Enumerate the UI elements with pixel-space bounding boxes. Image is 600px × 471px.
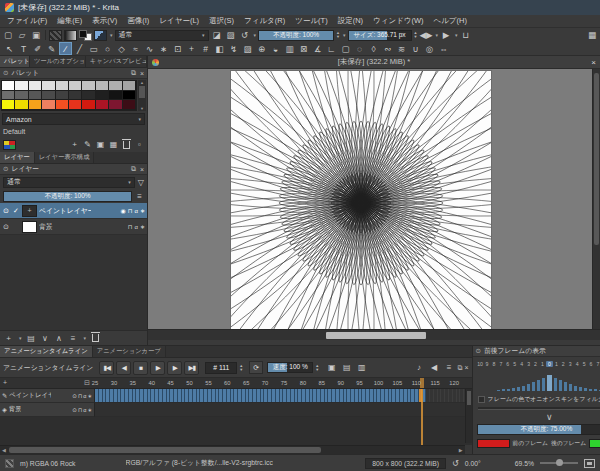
tool-color-sampler[interactable]: ↯ [227, 42, 240, 55]
lock-icon[interactable]: ⊓ [78, 393, 82, 399]
title-bar[interactable]: [未保存] (322.2 MiB) * - Krita [0, 0, 600, 15]
color-swatch-1-1[interactable] [15, 91, 28, 101]
onion-opacity-bar-7[interactable] [584, 388, 587, 391]
frame-spinner[interactable]: ▲▼ [239, 364, 243, 372]
chevron-down-icon[interactable]: ▾ [436, 32, 439, 38]
color-swatch-1-3[interactable] [42, 91, 55, 101]
menu-item-4[interactable]: 画像(I) [122, 16, 154, 26]
tool-ellipse[interactable]: ○ [101, 42, 114, 55]
auto-frame-icon[interactable]: ▣ [325, 361, 338, 374]
onion-opacity-bar-2[interactable] [559, 380, 562, 391]
color-swatch-0-4[interactable] [56, 81, 69, 91]
onion-opacity-bar--4[interactable] [527, 384, 530, 391]
onion-opacity-bar-1[interactable] [554, 378, 557, 391]
timeline-hscrollbar[interactable]: ◀ ▶ [0, 445, 465, 454]
onion-opacity-bar--3[interactable] [532, 382, 535, 391]
stop-button[interactable]: ■ [133, 361, 148, 375]
layer-check-icon[interactable]: ✓ [12, 207, 20, 215]
onion-opacity-bar--9[interactable] [502, 389, 505, 391]
edit-palette-button[interactable]: ✎ [83, 140, 92, 150]
onion-skin-icon[interactable]: ∗ [87, 393, 92, 399]
tool-multibrush[interactable]: ∗ [157, 42, 170, 55]
close-docker-icon[interactable]: × [464, 364, 468, 371]
color-swatch-1-4[interactable] [56, 91, 69, 101]
float-docker-icon[interactable]: ⧉ [457, 364, 462, 372]
visibility-eye-icon[interactable]: ⊙ [72, 407, 77, 413]
menu-item-2[interactable]: 編集(E) [52, 16, 87, 26]
brush-preset-dropdown-icon[interactable]: ▾ [110, 32, 113, 38]
onion-frame-2[interactable]: 2 [560, 361, 567, 367]
move-layer-up-button[interactable]: ∧ [55, 333, 64, 343]
timeline-tab-2[interactable]: アニメーションカーブ [93, 346, 166, 357]
color-swatch-2-8[interactable] [109, 100, 122, 110]
onion-opacity-bar-5[interactable] [574, 386, 577, 391]
menu-item-8[interactable]: ツール(T) [290, 16, 332, 26]
layer-row-1[interactable]: ⊙✓+ペイントレイヤー1◉⊓α∗ [0, 203, 147, 219]
close-document-icon[interactable]: × [591, 58, 596, 67]
onion-frame-7[interactable]: 7 [595, 361, 600, 367]
tool-freehand-select[interactable]: ∾ [381, 42, 394, 55]
tool-edit-shapes[interactable]: ✐ [31, 42, 44, 55]
tool-move[interactable]: + [185, 42, 198, 55]
onion-frame--4[interactable]: 4 [518, 361, 525, 367]
color-swatch-0-2[interactable] [29, 81, 42, 91]
onion-skin-icon[interactable]: ∗ [87, 407, 92, 413]
palette-view-button[interactable]: ▦ [109, 140, 118, 150]
scrollbar-thumb[interactable] [9, 447, 321, 453]
scroll-left-icon[interactable]: ◀ [0, 446, 8, 454]
menu-item-11[interactable]: ヘルプ(H) [429, 16, 472, 26]
onion-opacity-bar--8[interactable] [507, 389, 510, 391]
blend-mode-dropdown[interactable]: 通常 ▾ [115, 30, 209, 41]
onion-frame--7[interactable]: 7 [497, 361, 504, 367]
palette-select-dropdown[interactable]: Amazon ▾ [2, 113, 145, 125]
zoom-slider-handle[interactable] [556, 459, 563, 466]
wraparound-icon[interactable]: ⊔ [460, 29, 472, 41]
timeline-tab-1[interactable]: アニメーションタイムライン [0, 346, 93, 357]
pin-icon[interactable]: ◉ [121, 207, 126, 214]
opacity-spinner[interactable]: ▲▼ [336, 31, 340, 39]
color-swatch-0-8[interactable] [109, 81, 122, 91]
tool-assistants[interactable]: ∡ [311, 42, 324, 55]
inherit-alpha-icon[interactable]: α [83, 393, 86, 399]
onion-frame-3[interactable]: 3 [567, 361, 574, 367]
color-swatch-2-9[interactable] [123, 100, 136, 110]
onion-frame--10[interactable]: 10 [477, 361, 484, 367]
ruler-zoom-handle-icon[interactable]: ⊟ [84, 379, 90, 387]
onion-frame--1[interactable]: 1 [539, 361, 546, 367]
tool-transform[interactable]: ⊡ [171, 42, 184, 55]
tool-zoom[interactable]: ◎ [423, 42, 436, 55]
scrollbar-thumb[interactable] [594, 73, 599, 245]
move-layer-down-button[interactable]: ∨ [41, 333, 50, 343]
color-swatch-0-7[interactable] [96, 81, 109, 91]
new-document-icon[interactable]: ▢ [2, 29, 14, 41]
tool-polyline[interactable]: ≈ [129, 42, 142, 55]
docker-lock-icon[interactable]: ⊙ [3, 69, 8, 77]
selection-mode-icon[interactable] [5, 459, 14, 468]
next-frame-color-swatch[interactable] [589, 439, 600, 448]
tool-measure[interactable]: ∟ [325, 42, 338, 55]
color-swatch-2-0[interactable] [2, 100, 15, 110]
onion-frame-4[interactable]: 4 [574, 361, 581, 367]
canvas[interactable] [231, 71, 491, 329]
menu-item-7[interactable]: フィルタ(R) [239, 16, 290, 26]
onion-frame-5[interactable]: 5 [581, 361, 588, 367]
timeline-track[interactable] [95, 403, 472, 417]
layer-options-icon[interactable]: ≡ [135, 191, 144, 201]
onion-opacity-bar--10[interactable] [497, 390, 500, 391]
color-swatch-1-0[interactable] [2, 91, 15, 101]
play-button[interactable]: ▶ [150, 361, 165, 375]
color-swatch-1-5[interactable] [69, 91, 82, 101]
color-swatch-1-2[interactable] [29, 91, 42, 101]
audio-icon[interactable]: ♪ [412, 361, 425, 374]
lock-icon[interactable]: ⊓ [128, 207, 133, 214]
splitter[interactable] [148, 340, 600, 345]
preserve-alpha-icon[interactable]: ▨ [225, 29, 237, 41]
scroll-down-icon[interactable]: ▼ [138, 106, 146, 111]
swatch-scrollbar[interactable]: ▲ ▼ [138, 80, 146, 111]
open-document-icon[interactable]: ▱ [16, 29, 28, 41]
tool-magnetic-select[interactable]: ∪ [409, 42, 422, 55]
scroll-right-icon[interactable]: ▶ [457, 446, 465, 454]
docker-lock-icon[interactable]: ⊙ [3, 165, 8, 173]
tool-select-shapes[interactable]: ↖ [3, 42, 16, 55]
timeline-menu-icon[interactable]: ≡ [442, 361, 455, 374]
